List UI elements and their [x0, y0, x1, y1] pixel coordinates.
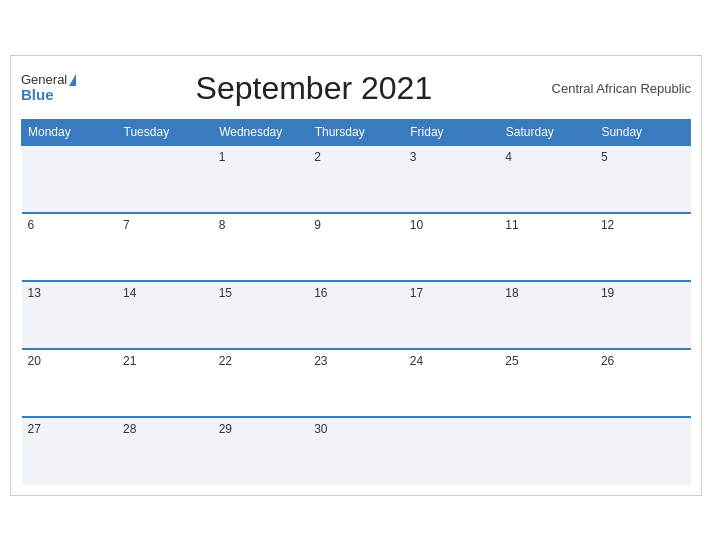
day-number: 19 [601, 286, 614, 300]
calendar-day-cell: 26 [595, 349, 691, 417]
calendar-day-cell: 17 [404, 281, 500, 349]
day-number: 11 [505, 218, 518, 232]
calendar-day-cell: 10 [404, 213, 500, 281]
calendar-week-row: 27282930 [22, 417, 691, 485]
calendar-day-cell: 28 [117, 417, 213, 485]
header-monday: Monday [22, 119, 118, 145]
calendar-day-cell: 18 [499, 281, 595, 349]
day-number: 2 [314, 150, 321, 164]
calendar-day-cell [117, 145, 213, 213]
calendar-day-cell: 7 [117, 213, 213, 281]
day-number: 21 [123, 354, 136, 368]
header-thursday: Thursday [308, 119, 404, 145]
logo-triangle-icon [69, 74, 76, 86]
calendar-day-cell: 5 [595, 145, 691, 213]
calendar-header: General Blue September 2021 Central Afri… [21, 66, 691, 111]
day-number: 26 [601, 354, 614, 368]
logo-general-text: General [21, 73, 76, 87]
day-number: 20 [28, 354, 41, 368]
day-number: 29 [219, 422, 232, 436]
day-number: 22 [219, 354, 232, 368]
day-number: 18 [505, 286, 518, 300]
header-sunday: Sunday [595, 119, 691, 145]
calendar-day-cell [499, 417, 595, 485]
calendar-day-cell: 6 [22, 213, 118, 281]
logo-blue-text: Blue [21, 87, 76, 104]
calendar-day-cell: 2 [308, 145, 404, 213]
logo: General Blue [21, 73, 76, 104]
day-number: 4 [505, 150, 512, 164]
calendar-body: 1234567891011121314151617181920212223242… [22, 145, 691, 485]
day-number: 6 [28, 218, 35, 232]
calendar-day-cell: 16 [308, 281, 404, 349]
calendar-day-cell: 3 [404, 145, 500, 213]
day-number: 28 [123, 422, 136, 436]
weekday-header-row: Monday Tuesday Wednesday Thursday Friday… [22, 119, 691, 145]
day-number: 14 [123, 286, 136, 300]
day-number: 5 [601, 150, 608, 164]
header-tuesday: Tuesday [117, 119, 213, 145]
calendar-day-cell: 24 [404, 349, 500, 417]
day-number: 24 [410, 354, 423, 368]
day-number: 16 [314, 286, 327, 300]
header-saturday: Saturday [499, 119, 595, 145]
calendar-container: General Blue September 2021 Central Afri… [10, 55, 702, 496]
day-number: 13 [28, 286, 41, 300]
calendar-day-cell: 12 [595, 213, 691, 281]
calendar-grid: Monday Tuesday Wednesday Thursday Friday… [21, 119, 691, 485]
calendar-day-cell: 11 [499, 213, 595, 281]
day-number: 17 [410, 286, 423, 300]
calendar-day-cell: 23 [308, 349, 404, 417]
day-number: 10 [410, 218, 423, 232]
calendar-day-cell [22, 145, 118, 213]
calendar-day-cell: 22 [213, 349, 309, 417]
header-friday: Friday [404, 119, 500, 145]
day-number: 1 [219, 150, 226, 164]
day-number: 3 [410, 150, 417, 164]
calendar-day-cell: 21 [117, 349, 213, 417]
day-number: 8 [219, 218, 226, 232]
calendar-day-cell: 29 [213, 417, 309, 485]
day-number: 12 [601, 218, 614, 232]
calendar-day-cell: 30 [308, 417, 404, 485]
calendar-day-cell: 19 [595, 281, 691, 349]
calendar-day-cell: 1 [213, 145, 309, 213]
calendar-day-cell: 14 [117, 281, 213, 349]
calendar-week-row: 20212223242526 [22, 349, 691, 417]
day-number: 27 [28, 422, 41, 436]
calendar-day-cell: 20 [22, 349, 118, 417]
calendar-week-row: 12345 [22, 145, 691, 213]
day-number: 7 [123, 218, 130, 232]
day-number: 23 [314, 354, 327, 368]
calendar-day-cell: 15 [213, 281, 309, 349]
calendar-day-cell: 8 [213, 213, 309, 281]
day-number: 25 [505, 354, 518, 368]
calendar-day-cell: 13 [22, 281, 118, 349]
day-number: 15 [219, 286, 232, 300]
calendar-day-cell [595, 417, 691, 485]
calendar-week-row: 6789101112 [22, 213, 691, 281]
calendar-week-row: 13141516171819 [22, 281, 691, 349]
day-number: 30 [314, 422, 327, 436]
calendar-day-cell: 27 [22, 417, 118, 485]
calendar-title: September 2021 [76, 70, 551, 107]
calendar-day-cell [404, 417, 500, 485]
calendar-day-cell: 9 [308, 213, 404, 281]
header-wednesday: Wednesday [213, 119, 309, 145]
calendar-region: Central African Republic [552, 81, 691, 96]
calendar-day-cell: 4 [499, 145, 595, 213]
day-number: 9 [314, 218, 321, 232]
calendar-day-cell: 25 [499, 349, 595, 417]
